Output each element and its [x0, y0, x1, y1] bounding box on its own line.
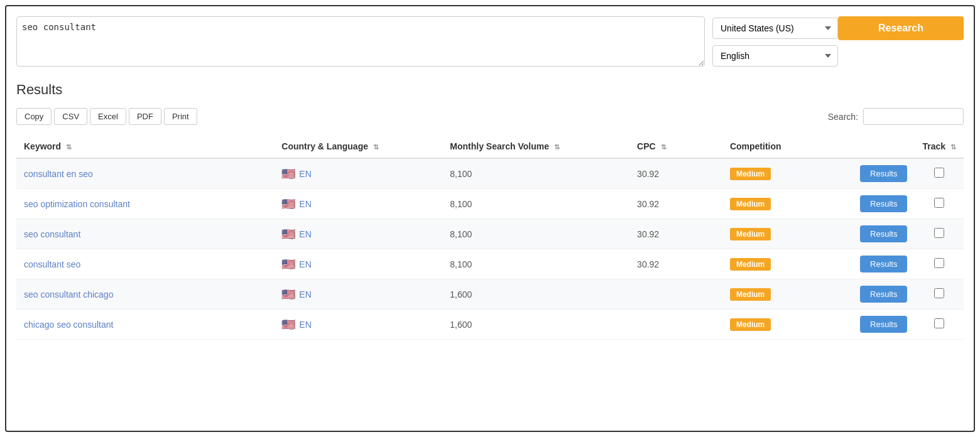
track-cell — [915, 189, 964, 219]
track-checkbox[interactable] — [934, 258, 944, 268]
country-language-cell: 🇺🇸EN — [274, 279, 442, 310]
right-controls: United States (US) United Kingdom (UK) C… — [712, 16, 964, 67]
competition-cell: Medium — [722, 189, 852, 219]
sort-icon-cpc: ⇅ — [661, 143, 667, 151]
country-language-cell: 🇺🇸EN — [274, 219, 442, 249]
country-language-cell: 🇺🇸EN — [274, 158, 442, 189]
keyword-link[interactable]: seo optimization consultant — [24, 199, 130, 209]
export-bar: Copy CSV Excel PDF Print Search: — [16, 108, 964, 125]
header-track[interactable]: Track ⇅ — [915, 135, 964, 158]
csv-button[interactable]: CSV — [54, 108, 87, 125]
search-label: Search: — [828, 112, 858, 122]
track-checkbox[interactable] — [934, 198, 944, 208]
track-cell — [915, 279, 964, 310]
results-button[interactable]: Results — [860, 286, 907, 303]
keyword-link[interactable]: consultant en seo — [24, 169, 93, 179]
excel-button[interactable]: Excel — [90, 108, 126, 125]
export-buttons: Copy CSV Excel PDF Print — [16, 108, 197, 125]
table-row: seo optimization consultant🇺🇸EN8,10030.9… — [16, 189, 964, 219]
table-row: chicago seo consultant🇺🇸EN1,600MediumRes… — [16, 310, 964, 340]
competition-cell: Medium — [722, 158, 852, 189]
keyword-link[interactable]: consultant seo — [24, 259, 80, 269]
flag-icon: 🇺🇸 — [281, 227, 295, 241]
track-cell — [915, 158, 964, 189]
results-button[interactable]: Results — [860, 256, 907, 272]
table-header-row: Keyword ⇅ Country & Language ⇅ Monthly S… — [16, 135, 964, 158]
competition-badge: Medium — [730, 318, 771, 331]
flag-icon: 🇺🇸 — [281, 318, 295, 332]
track-cell — [915, 249, 964, 279]
volume-cell: 8,100 — [442, 158, 629, 189]
country-language-cell: 🇺🇸EN — [274, 189, 442, 219]
results-btn-cell: Results — [852, 158, 915, 189]
competition-badge: Medium — [730, 198, 771, 210]
table-row: seo consultant chicago🇺🇸EN1,600MediumRes… — [16, 279, 964, 310]
lang-code: EN — [299, 320, 311, 330]
country-language-cell: 🇺🇸EN — [274, 310, 442, 340]
sort-icon-volume: ⇅ — [554, 143, 560, 151]
cpc-cell: 30.92 — [629, 219, 722, 249]
volume-cell: 8,100 — [442, 219, 629, 249]
track-checkbox[interactable] — [934, 318, 944, 328]
lang-code: EN — [299, 259, 311, 269]
volume-cell: 8,100 — [442, 249, 629, 279]
results-title: Results — [16, 82, 964, 98]
track-checkbox[interactable] — [934, 168, 944, 178]
table-search-input[interactable] — [863, 108, 964, 125]
track-checkbox[interactable] — [934, 228, 944, 238]
results-button[interactable]: Results — [860, 316, 907, 333]
country-language-cell: 🇺🇸EN — [274, 249, 442, 279]
results-btn-cell: Results — [852, 219, 915, 249]
sort-icon-keyword: ⇅ — [66, 143, 72, 151]
track-cell — [915, 219, 964, 249]
language-select[interactable]: English Spanish French German — [712, 45, 838, 67]
flag-icon: 🇺🇸 — [281, 167, 295, 181]
results-btn-cell: Results — [852, 279, 915, 310]
cpc-cell — [629, 310, 722, 340]
competition-cell: Medium — [722, 249, 852, 279]
table-row: consultant seo🇺🇸EN8,10030.92MediumResult… — [16, 249, 964, 279]
competition-cell: Medium — [722, 310, 852, 340]
results-btn-cell: Results — [852, 310, 915, 340]
track-cell — [915, 310, 964, 340]
flag-icon: 🇺🇸 — [281, 288, 295, 301]
pdf-button[interactable]: PDF — [129, 108, 161, 125]
lang-code: EN — [299, 289, 311, 299]
track-checkbox[interactable] — [934, 288, 944, 298]
top-section: seo consultant United States (US) United… — [16, 16, 964, 67]
header-results-empty — [852, 135, 915, 158]
competition-cell: Medium — [722, 219, 852, 249]
header-country[interactable]: Country & Language ⇅ — [274, 135, 442, 158]
volume-cell: 1,600 — [442, 310, 629, 340]
header-cpc[interactable]: CPC ⇅ — [629, 135, 722, 158]
flag-icon: 🇺🇸 — [281, 257, 295, 271]
table-row: consultant en seo🇺🇸EN8,10030.92MediumRes… — [16, 158, 964, 189]
results-button[interactable]: Results — [860, 165, 907, 182]
header-keyword[interactable]: Keyword ⇅ — [16, 135, 274, 158]
competition-badge: Medium — [730, 288, 771, 301]
flag-icon: 🇺🇸 — [281, 197, 295, 211]
competition-badge: Medium — [730, 258, 771, 271]
sort-icon-country: ⇅ — [373, 143, 379, 151]
lang-code: EN — [299, 169, 311, 179]
volume-cell: 1,600 — [442, 279, 629, 310]
cpc-cell: 30.92 — [629, 189, 722, 219]
cpc-cell: 30.92 — [629, 249, 722, 279]
results-btn-cell: Results — [852, 249, 915, 279]
cpc-cell: 30.92 — [629, 158, 722, 189]
country-select[interactable]: United States (US) United Kingdom (UK) C… — [712, 18, 838, 39]
keyword-link[interactable]: seo consultant chicago — [24, 289, 113, 299]
results-button[interactable]: Results — [860, 225, 907, 242]
copy-button[interactable]: Copy — [16, 108, 52, 125]
header-volume[interactable]: Monthly Search Volume ⇅ — [442, 135, 629, 158]
keyword-link[interactable]: seo consultant — [24, 229, 80, 239]
volume-cell: 8,100 — [442, 189, 629, 219]
sort-icon-track: ⇅ — [950, 143, 956, 151]
results-button[interactable]: Results — [860, 195, 907, 212]
keyword-textarea[interactable]: seo consultant — [16, 16, 705, 67]
keyword-link[interactable]: chicago seo consultant — [24, 320, 113, 330]
table-search-bar: Search: — [828, 108, 964, 125]
research-button[interactable]: Research — [838, 16, 964, 40]
print-button[interactable]: Print — [164, 108, 197, 125]
cpc-cell — [629, 279, 722, 310]
